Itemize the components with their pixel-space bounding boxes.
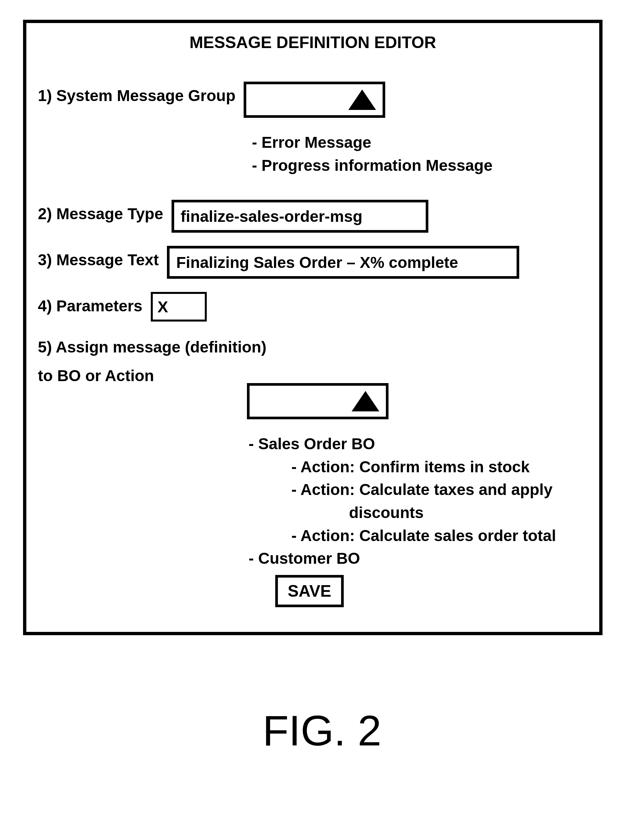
- message-type-value: finalize-sales-order-msg: [181, 207, 362, 225]
- save-button[interactable]: SAVE: [275, 575, 344, 607]
- message-definition-editor-panel: MESSAGE DEFINITION EDITOR 1) System Mess…: [23, 20, 603, 635]
- bo-action-tree: - Sales Order BO - Action: Confirm items…: [249, 433, 588, 570]
- assign-dropdown[interactable]: [247, 383, 389, 419]
- tree-customer-bo[interactable]: - Customer BO: [249, 547, 588, 570]
- option-progress-info-message[interactable]: - Progress information Message: [252, 154, 588, 177]
- assign-label-line1: 5) Assign message (definition): [38, 335, 588, 356]
- system-message-group-row: 1) System Message Group: [38, 82, 588, 118]
- tree-action-calculate-taxes[interactable]: - Action: Calculate taxes and apply: [292, 478, 588, 501]
- parameters-row: 4) Parameters X: [38, 292, 588, 322]
- system-message-group-label: 1) System Message Group: [38, 82, 235, 105]
- figure-caption: FIG. 2: [0, 706, 644, 755]
- tree-action-calculate-taxes-cont: discounts: [349, 501, 588, 524]
- parameters-input[interactable]: X: [151, 292, 207, 322]
- parameters-label: 4) Parameters: [38, 292, 143, 315]
- editor-title: MESSAGE DEFINITION EDITOR: [38, 33, 588, 52]
- message-type-row: 2) Message Type finalize-sales-order-msg: [38, 200, 588, 233]
- tree-action-confirm-items[interactable]: - Action: Confirm items in stock: [292, 455, 588, 479]
- message-text-value: Finalizing Sales Order – X% complete: [176, 253, 458, 272]
- message-type-input[interactable]: finalize-sales-order-msg: [172, 200, 428, 233]
- message-text-row: 3) Message Text Finalizing Sales Order –…: [38, 246, 588, 279]
- system-message-group-dropdown[interactable]: [244, 82, 385, 118]
- assign-label-line2: to BO or Action: [38, 360, 154, 385]
- dropdown-triangle-icon: [352, 391, 379, 411]
- tree-action-calculate-total[interactable]: - Action: Calculate sales order total: [292, 524, 588, 547]
- dropdown-triangle-icon: [348, 89, 376, 110]
- system-message-group-options: - Error Message - Progress information M…: [252, 131, 588, 177]
- tree-sales-order-bo[interactable]: - Sales Order BO: [249, 433, 588, 455]
- message-text-label: 3) Message Text: [38, 246, 159, 269]
- option-error-message[interactable]: - Error Message: [252, 131, 588, 154]
- assign-message-block: 5) Assign message (definition) to BO or …: [38, 335, 588, 385]
- parameters-value: X: [158, 298, 168, 316]
- message-text-input[interactable]: Finalizing Sales Order – X% complete: [167, 246, 519, 279]
- message-type-label: 2) Message Type: [38, 200, 163, 223]
